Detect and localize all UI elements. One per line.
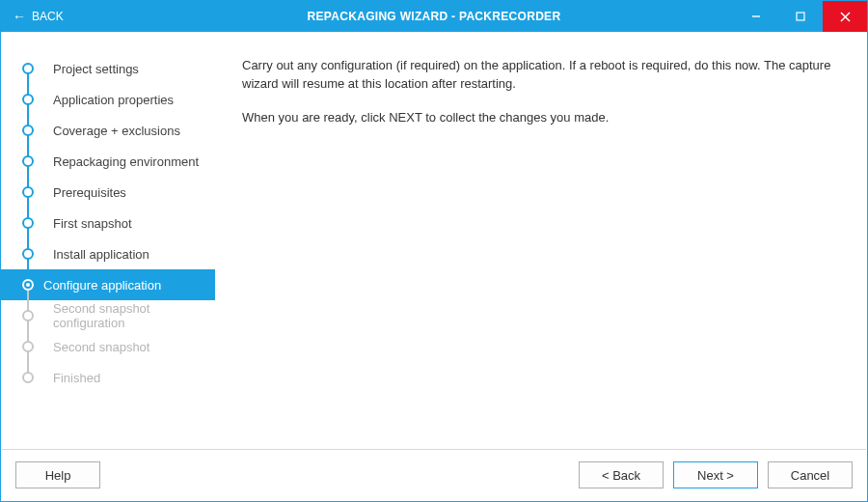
wizard-step: Finished — [18, 362, 225, 393]
wizard-step[interactable]: Coverage + exclusions — [18, 115, 225, 146]
step-label: Prerequisites — [43, 180, 136, 206]
step-dot-icon — [22, 186, 34, 198]
wizard-step[interactable]: Prerequisites — [18, 177, 225, 208]
maximize-icon — [796, 12, 805, 21]
svg-rect-1 — [797, 13, 804, 20]
step-label: Repackaging environment — [43, 149, 208, 175]
close-button[interactable] — [823, 1, 867, 32]
wizard-steps-sidebar: Project settingsApplication propertiesCo… — [1, 32, 225, 449]
step-label: Finished — [43, 365, 110, 391]
step-dot-icon — [22, 217, 34, 229]
step-dot-icon — [22, 248, 34, 260]
step-dot-icon — [22, 341, 34, 352]
step-label: Configure application — [43, 278, 161, 293]
wizard-step[interactable]: First snapshot — [18, 208, 225, 238]
cancel-button[interactable]: Cancel — [768, 461, 853, 488]
window-controls — [734, 1, 867, 32]
back-button[interactable]: ← BACK — [1, 10, 64, 23]
step-dot-icon — [22, 125, 34, 136]
wizard-step: Second snapshot configuration — [18, 300, 225, 331]
instruction-text: When you are ready, click NEXT to collec… — [242, 109, 840, 127]
maximize-button[interactable] — [778, 1, 823, 32]
wizard-content: Carry out any configuration (if required… — [225, 32, 867, 449]
wizard-step[interactable]: Install application — [18, 238, 225, 269]
titlebar: ← BACK REPACKAGING WIZARD - PACKRECORDER — [1, 1, 867, 32]
minimize-button[interactable] — [734, 1, 778, 32]
step-dot-icon — [22, 94, 34, 105]
step-label: Second snapshot — [43, 334, 159, 360]
step-dot-icon — [22, 372, 34, 383]
wizard-step[interactable]: Project settings — [18, 53, 225, 84]
step-label: Project settings — [43, 56, 149, 82]
minimize-icon — [751, 12, 761, 21]
step-dot-icon — [22, 155, 34, 167]
step-label: Install application — [43, 241, 159, 267]
step-label: Application properties — [43, 87, 183, 113]
step-label: Coverage + exclusions — [43, 118, 190, 144]
wizard-step[interactable]: Application properties — [18, 84, 225, 115]
step-dot-icon — [22, 279, 34, 291]
wizard-footer: Help < Back Next > Cancel — [2, 449, 866, 500]
step-label: Second snapshot configuration — [43, 295, 225, 336]
close-icon — [840, 12, 851, 22]
step-dot-icon — [22, 63, 34, 74]
arrow-left-icon: ← — [13, 10, 26, 23]
back-button-footer[interactable]: < Back — [579, 461, 664, 488]
step-dot-icon — [22, 310, 34, 321]
instruction-text: Carry out any configuration (if required… — [242, 57, 840, 94]
back-label: BACK — [32, 10, 64, 23]
help-button[interactable]: Help — [15, 461, 100, 488]
wizard-step[interactable]: Repackaging environment — [18, 146, 225, 177]
step-label: First snapshot — [43, 210, 142, 237]
next-button[interactable]: Next > — [673, 461, 758, 488]
